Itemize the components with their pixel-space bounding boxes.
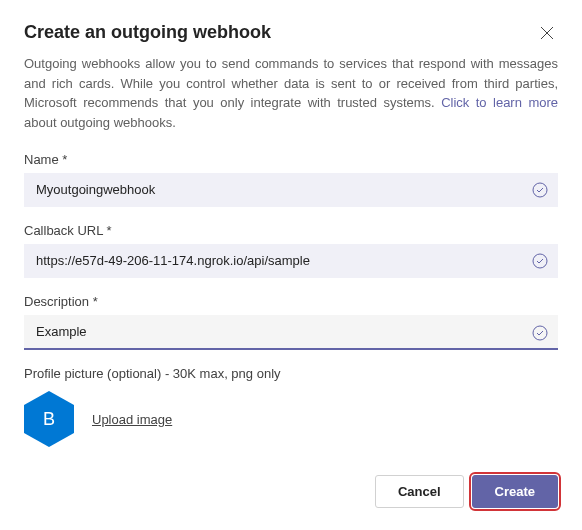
description-input[interactable] bbox=[24, 315, 558, 350]
callback-url-input[interactable] bbox=[24, 244, 558, 278]
name-field-group: Name * bbox=[24, 152, 558, 207]
dialog-description: Outgoing webhooks allow you to send comm… bbox=[24, 54, 558, 132]
close-icon bbox=[540, 26, 554, 40]
checkmark-circle-icon bbox=[532, 325, 548, 341]
svg-point-3 bbox=[533, 254, 547, 268]
dialog-title: Create an outgoing webhook bbox=[24, 22, 271, 43]
svg-point-4 bbox=[533, 326, 547, 340]
close-button[interactable] bbox=[536, 22, 558, 44]
description-field-group: Description * bbox=[24, 294, 558, 350]
callback-url-label: Callback URL * bbox=[24, 223, 558, 238]
description-text-after: about outgoing webhooks. bbox=[24, 115, 176, 130]
checkmark-circle-icon bbox=[532, 182, 548, 198]
create-button[interactable]: Create bbox=[472, 475, 558, 508]
upload-image-button[interactable]: Upload image bbox=[92, 412, 172, 427]
dialog-footer: Cancel Create bbox=[375, 475, 558, 508]
avatar-letter: B bbox=[43, 409, 55, 430]
callback-url-field-group: Callback URL * bbox=[24, 223, 558, 278]
learn-more-link[interactable]: Click to learn more bbox=[441, 95, 558, 110]
name-label: Name * bbox=[24, 152, 558, 167]
profile-picture-label: Profile picture (optional) - 30K max, pn… bbox=[24, 366, 558, 381]
cancel-button[interactable]: Cancel bbox=[375, 475, 464, 508]
svg-point-2 bbox=[533, 183, 547, 197]
profile-picture-group: Profile picture (optional) - 30K max, pn… bbox=[24, 366, 558, 447]
checkmark-circle-icon bbox=[532, 253, 548, 269]
description-label: Description * bbox=[24, 294, 558, 309]
name-input[interactable] bbox=[24, 173, 558, 207]
avatar: B bbox=[24, 391, 74, 447]
